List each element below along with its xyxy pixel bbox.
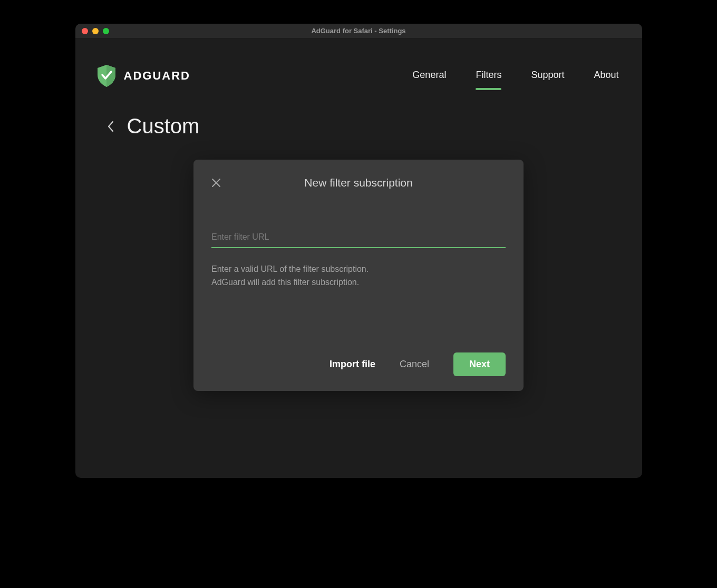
window-zoom-button[interactable]: [103, 28, 109, 34]
cancel-button[interactable]: Cancel: [400, 359, 429, 370]
hint-line-1: Enter a valid URL of the filter subscrip…: [211, 263, 506, 276]
nav-general[interactable]: General: [412, 70, 446, 83]
logo: ADGUARD: [96, 65, 190, 87]
next-button[interactable]: Next: [453, 352, 506, 376]
filter-url-input[interactable]: [211, 229, 506, 248]
header: ADGUARD General Filters Support About: [96, 65, 621, 87]
traffic-lights: [75, 28, 109, 34]
titlebar: AdGuard for Safari - Settings: [75, 24, 642, 38]
nav-support[interactable]: Support: [531, 70, 564, 83]
page-title: Custom: [127, 114, 200, 138]
app-window: AdGuard for Safari - Settings ADGUARD Ge…: [75, 24, 642, 478]
import-file-button[interactable]: Import file: [330, 359, 375, 370]
page-heading: Custom: [96, 114, 621, 138]
modal-actions: Import file Cancel Next: [211, 352, 506, 376]
logo-text: ADGUARD: [124, 69, 190, 83]
nav-filters[interactable]: Filters: [476, 70, 501, 83]
content-area: ADGUARD General Filters Support About Cu…: [75, 38, 642, 478]
new-filter-modal: New filter subscription Enter a valid UR…: [193, 160, 524, 391]
window-close-button[interactable]: [82, 28, 88, 34]
shield-icon: [96, 65, 117, 87]
modal-header: New filter subscription: [211, 177, 506, 189]
nav-about[interactable]: About: [594, 70, 618, 83]
back-icon[interactable]: [107, 121, 114, 132]
close-icon[interactable]: [211, 178, 221, 188]
window-title: AdGuard for Safari - Settings: [75, 27, 642, 35]
modal-title: New filter subscription: [211, 177, 506, 189]
window-minimize-button[interactable]: [92, 28, 99, 34]
hint-text: Enter a valid URL of the filter subscrip…: [211, 263, 506, 289]
hint-line-2: AdGuard will add this filter subscriptio…: [211, 276, 506, 289]
nav: General Filters Support About: [412, 70, 621, 83]
